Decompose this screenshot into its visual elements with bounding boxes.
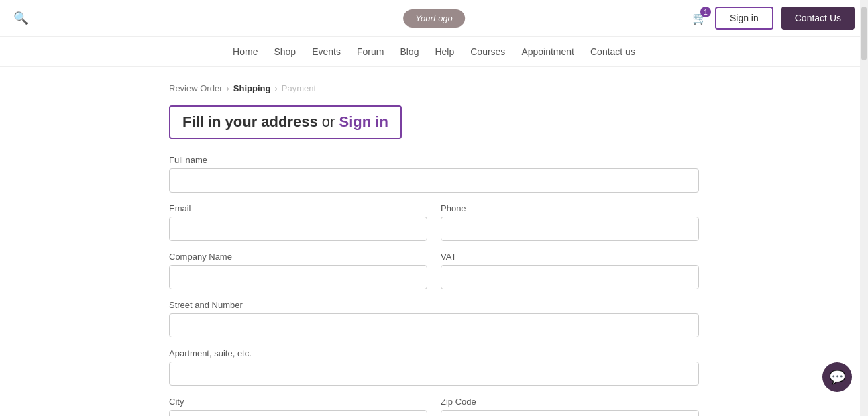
email-phone-row: Email Phone [169,203,699,252]
scrollbar[interactable] [860,0,868,416]
contact-button[interactable]: Contact Us [781,7,855,30]
company-name-input[interactable] [169,265,427,289]
vat-input[interactable] [441,265,699,289]
zip-group: Zip Code [441,397,699,416]
breadcrumb-sep2: › [274,83,277,93]
breadcrumb-step1[interactable]: Review Order [169,83,222,93]
breadcrumb-sep1: › [226,83,229,93]
nav-appointment[interactable]: Appointment [521,46,574,57]
phone-group: Phone [441,203,699,241]
email-label: Email [169,203,427,213]
full-name-group: Full name [169,155,699,193]
nav-events[interactable]: Events [312,46,341,57]
header-left: 🔍 [13,11,28,25]
street-label: Street and Number [169,300,699,310]
apartment-group: Apartment, suite, etc. [169,348,699,386]
phone-label: Phone [441,203,699,213]
nav-blog[interactable]: Blog [400,46,419,57]
main-content: Review Order › Shipping › Payment Fill i… [156,67,712,416]
company-name-group: Company Name [169,252,427,289]
breadcrumb-step3: Payment [282,83,316,93]
chat-icon: 💬 [829,369,846,385]
scrollbar-thumb[interactable] [861,7,867,60]
page-title-or: or [322,113,339,130]
apartment-input[interactable] [169,362,699,386]
chat-bubble[interactable]: 💬 [822,362,852,392]
header-right: 🛒 1 Sign in Contact Us [692,7,855,30]
company-vat-row: Company Name VAT [169,252,699,300]
page-title-signin-link[interactable]: Sign in [339,113,388,130]
city-zip-row: City Zip Code [169,397,699,416]
nav-courses[interactable]: Courses [470,46,505,57]
signin-button[interactable]: Sign in [715,7,773,30]
email-input[interactable] [169,217,427,241]
nav-help[interactable]: Help [435,46,454,57]
cart-icon[interactable]: 🛒 1 [692,11,707,25]
breadcrumb-step2: Shipping [233,83,271,93]
page-title: Fill in your address or Sign in [182,113,388,131]
vat-label: VAT [441,252,699,262]
page-title-box: Fill in your address or Sign in [169,105,402,139]
site-logo: YourLogo [403,9,465,28]
breadcrumb: Review Order › Shipping › Payment [169,83,699,93]
nav-home[interactable]: Home [233,46,258,57]
page-title-part1: Fill in your address [182,113,318,130]
shipping-form: Full name Email Phone Company Name VAT [169,155,699,416]
phone-input[interactable] [441,217,699,241]
nav-contact[interactable]: Contact us [590,46,635,57]
apartment-label: Apartment, suite, etc. [169,348,699,358]
zip-label: Zip Code [441,397,699,407]
street-group: Street and Number [169,300,699,337]
email-group: Email [169,203,427,241]
nav-shop[interactable]: Shop [274,46,296,57]
vat-group: VAT [441,252,699,289]
city-label: City [169,397,427,407]
zip-input[interactable] [441,410,699,416]
street-input[interactable] [169,313,699,337]
full-name-input[interactable] [169,168,699,193]
search-icon[interactable]: 🔍 [13,11,28,25]
site-header: 🔍 YourLogo 🛒 1 Sign in Contact Us [0,0,868,37]
company-name-label: Company Name [169,252,427,262]
full-name-label: Full name [169,155,699,165]
cart-badge: 1 [700,7,711,17]
main-nav: Home Shop Events Forum Blog Help Courses… [0,37,868,67]
nav-forum[interactable]: Forum [357,46,384,57]
logo-wrap: YourLogo [403,9,465,28]
city-group: City [169,397,427,416]
city-input[interactable] [169,410,427,416]
